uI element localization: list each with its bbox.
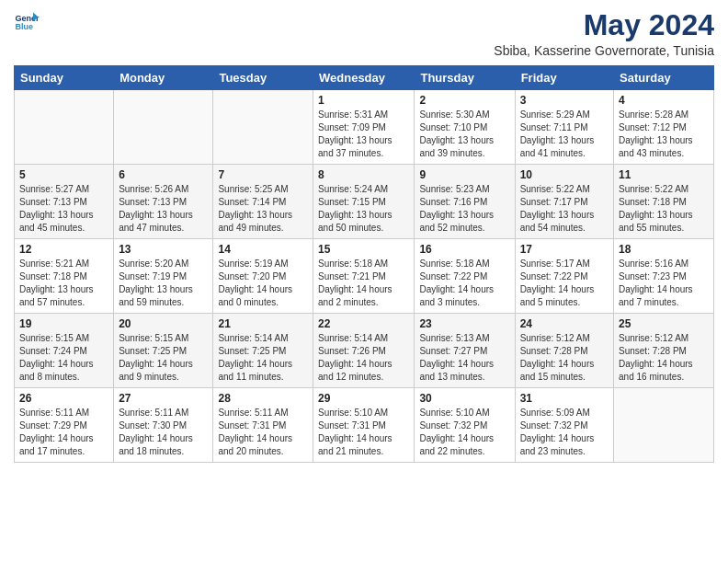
day-info: Sunrise: 5:15 AM Sunset: 7:25 PM Dayligh… bbox=[119, 332, 208, 384]
calendar-cell: 19Sunrise: 5:15 AM Sunset: 7:24 PM Dayli… bbox=[15, 314, 114, 388]
calendar-table: SundayMondayTuesdayWednesdayThursdayFrid… bbox=[14, 65, 714, 463]
day-info: Sunrise: 5:27 AM Sunset: 7:13 PM Dayligh… bbox=[19, 183, 108, 235]
calendar-cell bbox=[614, 388, 714, 463]
day-number: 23 bbox=[419, 317, 509, 330]
calendar-cell: 12Sunrise: 5:21 AM Sunset: 7:18 PM Dayli… bbox=[15, 239, 114, 314]
day-info: Sunrise: 5:16 AM Sunset: 7:23 PM Dayligh… bbox=[619, 258, 709, 309]
svg-text:Blue: Blue bbox=[15, 22, 33, 31]
day-number: 9 bbox=[419, 168, 509, 181]
day-number: 1 bbox=[318, 94, 409, 107]
day-number: 6 bbox=[119, 168, 208, 181]
day-info: Sunrise: 5:31 AM Sunset: 7:09 PM Dayligh… bbox=[318, 109, 409, 160]
day-number: 24 bbox=[520, 317, 609, 330]
week-row-3: 12Sunrise: 5:21 AM Sunset: 7:18 PM Dayli… bbox=[15, 239, 714, 314]
calendar-cell: 13Sunrise: 5:20 AM Sunset: 7:19 PM Dayli… bbox=[114, 239, 213, 314]
calendar-cell: 15Sunrise: 5:18 AM Sunset: 7:21 PM Dayli… bbox=[313, 239, 415, 314]
day-info: Sunrise: 5:10 AM Sunset: 7:31 PM Dayligh… bbox=[318, 407, 409, 458]
weekday-header-saturday: Saturday bbox=[614, 66, 714, 90]
day-number: 15 bbox=[318, 243, 409, 256]
day-info: Sunrise: 5:28 AM Sunset: 7:12 PM Dayligh… bbox=[619, 109, 709, 160]
day-number: 19 bbox=[19, 317, 108, 330]
calendar-cell: 10Sunrise: 5:22 AM Sunset: 7:17 PM Dayli… bbox=[515, 165, 613, 239]
weekday-header-monday: Monday bbox=[114, 66, 213, 90]
calendar-cell: 17Sunrise: 5:17 AM Sunset: 7:22 PM Dayli… bbox=[515, 239, 613, 314]
day-number: 18 bbox=[619, 243, 709, 256]
day-number: 30 bbox=[419, 392, 509, 405]
title-section: May 2024 Sbiba, Kasserine Governorate, T… bbox=[494, 9, 714, 58]
day-info: Sunrise: 5:18 AM Sunset: 7:21 PM Dayligh… bbox=[318, 258, 409, 309]
day-info: Sunrise: 5:22 AM Sunset: 7:18 PM Dayligh… bbox=[619, 183, 709, 235]
calendar-cell: 24Sunrise: 5:12 AM Sunset: 7:28 PM Dayli… bbox=[515, 314, 613, 388]
logo-icon: General Blue bbox=[14, 9, 40, 35]
day-info: Sunrise: 5:29 AM Sunset: 7:11 PM Dayligh… bbox=[520, 109, 609, 160]
day-info: Sunrise: 5:26 AM Sunset: 7:13 PM Dayligh… bbox=[119, 183, 208, 235]
day-number: 8 bbox=[318, 168, 409, 181]
day-number: 28 bbox=[218, 392, 308, 405]
day-info: Sunrise: 5:30 AM Sunset: 7:10 PM Dayligh… bbox=[419, 109, 509, 160]
calendar-cell: 1Sunrise: 5:31 AM Sunset: 7:09 PM Daylig… bbox=[313, 90, 415, 165]
day-info: Sunrise: 5:19 AM Sunset: 7:20 PM Dayligh… bbox=[218, 258, 308, 309]
calendar-cell: 23Sunrise: 5:13 AM Sunset: 7:27 PM Dayli… bbox=[415, 314, 515, 388]
calendar-cell bbox=[15, 90, 114, 165]
day-number: 17 bbox=[520, 243, 609, 256]
day-info: Sunrise: 5:14 AM Sunset: 7:26 PM Dayligh… bbox=[318, 332, 409, 384]
calendar-cell: 26Sunrise: 5:11 AM Sunset: 7:29 PM Dayli… bbox=[15, 388, 114, 463]
calendar-cell: 18Sunrise: 5:16 AM Sunset: 7:23 PM Dayli… bbox=[614, 239, 714, 314]
day-number: 16 bbox=[419, 243, 509, 256]
calendar-cell: 20Sunrise: 5:15 AM Sunset: 7:25 PM Dayli… bbox=[114, 314, 213, 388]
calendar-cell: 31Sunrise: 5:09 AM Sunset: 7:32 PM Dayli… bbox=[515, 388, 613, 463]
day-number: 5 bbox=[19, 168, 108, 181]
calendar-cell bbox=[114, 90, 213, 165]
day-info: Sunrise: 5:17 AM Sunset: 7:22 PM Dayligh… bbox=[520, 258, 609, 309]
day-info: Sunrise: 5:11 AM Sunset: 7:30 PM Dayligh… bbox=[119, 407, 208, 458]
logo: General Blue bbox=[14, 9, 40, 35]
calendar-cell: 22Sunrise: 5:14 AM Sunset: 7:26 PM Dayli… bbox=[313, 314, 415, 388]
day-number: 14 bbox=[218, 243, 308, 256]
day-number: 22 bbox=[318, 317, 409, 330]
day-info: Sunrise: 5:10 AM Sunset: 7:32 PM Dayligh… bbox=[419, 407, 509, 458]
calendar-cell: 16Sunrise: 5:18 AM Sunset: 7:22 PM Dayli… bbox=[415, 239, 515, 314]
day-info: Sunrise: 5:22 AM Sunset: 7:17 PM Dayligh… bbox=[520, 183, 609, 235]
week-row-5: 26Sunrise: 5:11 AM Sunset: 7:29 PM Dayli… bbox=[15, 388, 714, 463]
day-info: Sunrise: 5:21 AM Sunset: 7:18 PM Dayligh… bbox=[19, 258, 108, 309]
day-number: 21 bbox=[218, 317, 308, 330]
calendar-cell: 2Sunrise: 5:30 AM Sunset: 7:10 PM Daylig… bbox=[415, 90, 515, 165]
weekday-header-wednesday: Wednesday bbox=[313, 66, 415, 90]
day-number: 27 bbox=[119, 392, 208, 405]
calendar-cell: 9Sunrise: 5:23 AM Sunset: 7:16 PM Daylig… bbox=[415, 165, 515, 239]
day-info: Sunrise: 5:14 AM Sunset: 7:25 PM Dayligh… bbox=[218, 332, 308, 384]
day-number: 11 bbox=[619, 168, 709, 181]
calendar-cell: 29Sunrise: 5:10 AM Sunset: 7:31 PM Dayli… bbox=[313, 388, 415, 463]
day-number: 31 bbox=[520, 392, 609, 405]
day-info: Sunrise: 5:20 AM Sunset: 7:19 PM Dayligh… bbox=[119, 258, 208, 309]
week-row-2: 5Sunrise: 5:27 AM Sunset: 7:13 PM Daylig… bbox=[15, 165, 714, 239]
calendar-cell bbox=[213, 90, 313, 165]
week-row-1: 1Sunrise: 5:31 AM Sunset: 7:09 PM Daylig… bbox=[15, 90, 714, 165]
day-number: 29 bbox=[318, 392, 409, 405]
day-info: Sunrise: 5:15 AM Sunset: 7:24 PM Dayligh… bbox=[19, 332, 108, 384]
location: Sbiba, Kasserine Governorate, Tunisia bbox=[494, 43, 714, 58]
day-info: Sunrise: 5:09 AM Sunset: 7:32 PM Dayligh… bbox=[520, 407, 609, 458]
day-info: Sunrise: 5:11 AM Sunset: 7:29 PM Dayligh… bbox=[19, 407, 108, 458]
day-info: Sunrise: 5:25 AM Sunset: 7:14 PM Dayligh… bbox=[218, 183, 308, 235]
calendar-cell: 6Sunrise: 5:26 AM Sunset: 7:13 PM Daylig… bbox=[114, 165, 213, 239]
day-info: Sunrise: 5:12 AM Sunset: 7:28 PM Dayligh… bbox=[619, 332, 709, 384]
day-number: 10 bbox=[520, 168, 609, 181]
day-number: 20 bbox=[119, 317, 208, 330]
week-row-4: 19Sunrise: 5:15 AM Sunset: 7:24 PM Dayli… bbox=[15, 314, 714, 388]
weekday-header-sunday: Sunday bbox=[15, 66, 114, 90]
day-info: Sunrise: 5:12 AM Sunset: 7:28 PM Dayligh… bbox=[520, 332, 609, 384]
weekday-header-friday: Friday bbox=[515, 66, 613, 90]
day-number: 25 bbox=[619, 317, 709, 330]
weekday-header-thursday: Thursday bbox=[415, 66, 515, 90]
day-info: Sunrise: 5:11 AM Sunset: 7:31 PM Dayligh… bbox=[218, 407, 308, 458]
day-number: 3 bbox=[520, 94, 609, 107]
calendar-cell: 14Sunrise: 5:19 AM Sunset: 7:20 PM Dayli… bbox=[213, 239, 313, 314]
calendar-page: General Blue May 2024 Sbiba, Kasserine G… bbox=[0, 0, 728, 563]
header: General Blue May 2024 Sbiba, Kasserine G… bbox=[14, 9, 714, 58]
calendar-cell: 11Sunrise: 5:22 AM Sunset: 7:18 PM Dayli… bbox=[614, 165, 714, 239]
calendar-cell: 28Sunrise: 5:11 AM Sunset: 7:31 PM Dayli… bbox=[213, 388, 313, 463]
calendar-cell: 30Sunrise: 5:10 AM Sunset: 7:32 PM Dayli… bbox=[415, 388, 515, 463]
day-number: 13 bbox=[119, 243, 208, 256]
day-number: 4 bbox=[619, 94, 709, 107]
